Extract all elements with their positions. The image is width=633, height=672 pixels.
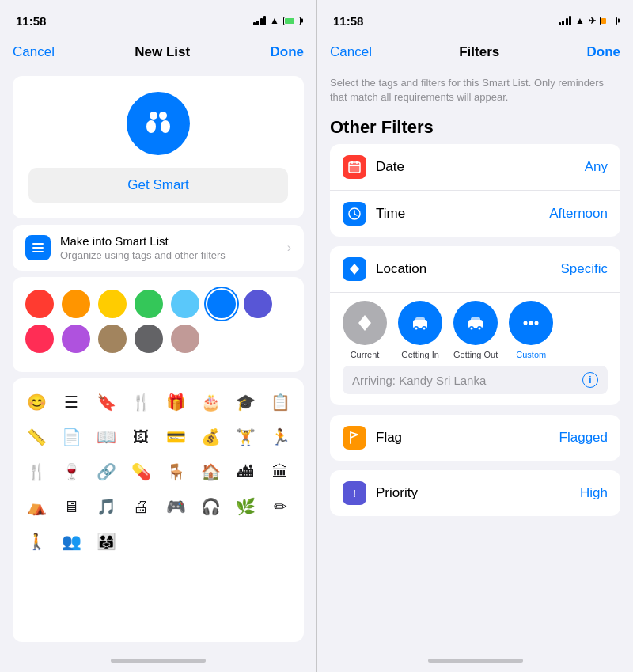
left-done-button[interactable]: Done xyxy=(270,44,304,60)
grid-icon-29[interactable]: 🎧 xyxy=(196,492,225,521)
location-custom-btn[interactable]: Custom xyxy=(509,301,553,359)
grid-icon-15[interactable]: 🏃 xyxy=(266,423,294,451)
date-label: Date xyxy=(376,159,575,175)
svg-rect-4 xyxy=(32,243,44,245)
time-filter-row[interactable]: Time Afternoon xyxy=(330,191,620,237)
color-row-top xyxy=(25,290,291,318)
svg-point-27 xyxy=(524,321,528,325)
other-filters-header: Other Filters xyxy=(317,114,633,144)
right-cancel-button[interactable]: Cancel xyxy=(330,44,372,60)
color-row-bottom xyxy=(25,325,291,353)
grid-icon-11[interactable]: 🖼 xyxy=(127,423,155,451)
signal-icon xyxy=(253,16,267,25)
battery-icon xyxy=(283,17,301,25)
svg-point-0 xyxy=(150,112,157,120)
color-dot-5[interactable] xyxy=(207,290,236,318)
grid-icon-24[interactable]: ⛺ xyxy=(22,492,51,521)
info-icon[interactable]: i xyxy=(582,372,598,388)
grid-icon-2[interactable]: 🔖 xyxy=(92,388,120,416)
color-dot-1[interactable] xyxy=(62,290,90,318)
svg-point-28 xyxy=(529,321,533,325)
svg-rect-10 xyxy=(351,161,353,164)
grid-icon-22[interactable]: 🏙 xyxy=(231,457,260,486)
color-picker xyxy=(13,277,304,372)
grid-icon-6[interactable]: 🎓 xyxy=(231,388,260,416)
chevron-right-icon: › xyxy=(287,241,291,255)
grid-icon-5[interactable]: 🎂 xyxy=(196,388,225,416)
flag-filter-row[interactable]: Flag Flagged xyxy=(330,415,620,461)
date-value: Any xyxy=(585,159,608,175)
color-dot-11[interactable] xyxy=(171,325,199,353)
list-icon[interactable] xyxy=(127,92,190,155)
location-getting-out-btn[interactable]: Getting Out xyxy=(453,301,498,359)
grid-icon-19[interactable]: 💊 xyxy=(127,457,155,486)
date-time-card: Date Any Time Afternoon xyxy=(330,144,620,237)
svg-point-26 xyxy=(479,328,481,330)
grid-icon-10[interactable]: 📖 xyxy=(92,423,120,451)
flag-value: Flagged xyxy=(559,430,608,446)
color-dot-6[interactable] xyxy=(244,290,272,318)
location-filter-row[interactable]: Location Specific xyxy=(330,246,620,293)
grid-icon-26[interactable]: 🎵 xyxy=(92,492,120,521)
location-indicator: ✈ xyxy=(589,16,596,26)
smart-list-row[interactable]: Make into Smart List Organize using tags… xyxy=(13,225,304,271)
color-dot-3[interactable] xyxy=(135,290,163,318)
grid-icon-20[interactable]: 🪑 xyxy=(161,457,190,486)
grid-icon-18[interactable]: 🔗 xyxy=(92,457,120,486)
grid-icon-25[interactable]: 🖥 xyxy=(57,492,85,521)
current-circle xyxy=(343,301,387,345)
priority-filter-row[interactable]: ! Priority High xyxy=(330,470,620,516)
custom-label: Custom xyxy=(516,350,546,359)
grid-icon-3[interactable]: 🍴 xyxy=(127,388,155,416)
left-home-indicator xyxy=(0,648,316,672)
wifi-icon: ▲ xyxy=(270,15,279,26)
svg-point-19 xyxy=(415,328,418,330)
date-filter-row[interactable]: Date Any xyxy=(330,144,620,191)
get-smart-button[interactable]: Get Smart xyxy=(28,168,288,203)
grid-icon-14[interactable]: 🏋 xyxy=(231,423,260,451)
grid-icon-0[interactable]: 😊 xyxy=(22,388,51,416)
grid-icon-23[interactable]: 🏛 xyxy=(266,457,294,486)
grid-icon-31[interactable]: ✏ xyxy=(266,492,294,521)
left-cancel-button[interactable]: Cancel xyxy=(13,44,55,60)
grid-icon-33[interactable]: 👥 xyxy=(57,527,85,556)
grid-icon-17[interactable]: 🍷 xyxy=(57,457,85,486)
right-signal-icon xyxy=(559,16,572,25)
color-dot-10[interactable] xyxy=(135,325,163,353)
color-dot-4[interactable] xyxy=(171,290,199,318)
location-buttons: Current Getting In xyxy=(343,301,608,359)
grid-icon-28[interactable]: 🎮 xyxy=(161,492,190,521)
grid-icon-13[interactable]: 💰 xyxy=(196,423,225,451)
current-location-icon xyxy=(354,312,376,334)
color-dot-0[interactable] xyxy=(25,290,54,318)
footprint-icon xyxy=(141,106,176,141)
grid-icon-12[interactable]: 💳 xyxy=(161,423,190,451)
grid-icon-30[interactable]: 🌿 xyxy=(231,492,260,521)
right-time: 11:58 xyxy=(333,14,363,28)
color-dot-9[interactable] xyxy=(98,325,127,353)
grid-icon-21[interactable]: 🏠 xyxy=(196,457,225,486)
clock-icon xyxy=(347,207,362,221)
right-done-button[interactable]: Done xyxy=(586,44,620,60)
color-dot-2[interactable] xyxy=(98,290,127,318)
left-nav-title: New List xyxy=(135,44,190,60)
right-nav-bar: Cancel Filters Done xyxy=(317,35,633,70)
location-card: Location Specific Current xyxy=(330,246,620,405)
grid-icon-9[interactable]: 📄 xyxy=(57,423,85,451)
grid-icon-1[interactable]: ☰ xyxy=(57,388,85,416)
color-dot-7[interactable] xyxy=(25,325,54,353)
grid-icon-4[interactable]: 🎁 xyxy=(161,388,190,416)
right-status-icons: ▲ ✈ xyxy=(559,15,617,26)
location-getting-in-btn[interactable]: Getting In xyxy=(398,301,442,359)
color-dot-8[interactable] xyxy=(62,325,90,353)
grid-icon-16[interactable]: 🍴 xyxy=(22,457,51,486)
svg-point-20 xyxy=(423,328,426,330)
arriving-row: Arriving: Kandy Sri Lanka i xyxy=(343,366,608,394)
grid-icon-27[interactable]: 🖨 xyxy=(127,492,155,521)
grid-icon-8[interactable]: 📏 xyxy=(22,423,51,451)
grid-icon-7[interactable]: 📋 xyxy=(266,388,294,416)
grid-icon-34[interactable]: 👨‍👩‍👧 xyxy=(92,527,120,556)
grid-icon-32[interactable]: 🚶 xyxy=(22,527,51,556)
location-options: Current Getting In xyxy=(330,293,620,405)
location-current-btn[interactable]: Current xyxy=(343,301,387,359)
